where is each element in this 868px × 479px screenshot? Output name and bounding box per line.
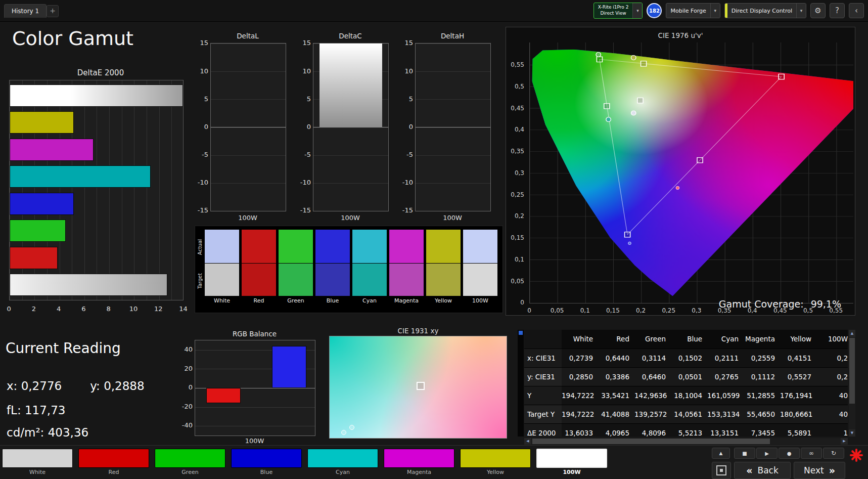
axis-tick-label: -20 <box>173 397 193 416</box>
delta-c-title: DeltaC <box>313 32 388 40</box>
workflow-label: Mobile Forge <box>666 4 710 18</box>
delta-c-y-axis: 151050-5-10-15 <box>294 29 311 224</box>
table-cell: 0,2850 <box>562 368 598 386</box>
test-patch[interactable]: Blue <box>231 449 302 475</box>
table-row: y: CIE31 0,2850 0,3386 0,6460 0,0501 0,2… <box>524 368 848 386</box>
cie-1931-measured-marker <box>341 430 346 435</box>
table-horizontal-scrollbar[interactable]: ◀ ▶ <box>524 438 848 445</box>
test-patch[interactable]: Cyan <box>307 449 378 475</box>
actual-swatch <box>352 230 387 263</box>
cie-1976-panel: CIE 1976 u'v' 0,550,50,450,40,350,30,250… <box>506 27 855 316</box>
patch-color[interactable] <box>231 449 302 468</box>
target-swatch <box>463 264 497 296</box>
scroll-down-icon[interactable]: ▼ <box>849 429 855 437</box>
table-cell: 0,0501 <box>671 368 707 386</box>
test-patch[interactable]: Red <box>78 449 149 475</box>
test-patch[interactable]: Yellow <box>460 449 531 475</box>
stop-measure-button[interactable] <box>712 462 731 479</box>
chevron-down-icon[interactable]: ▾ <box>710 4 720 18</box>
table-cell: 0,1502 <box>671 349 707 367</box>
test-patch[interactable]: Green <box>155 449 225 475</box>
axis-tick-label: 12 <box>146 305 171 313</box>
tab-history-1[interactable]: History 1 <box>4 4 47 18</box>
patch-color[interactable] <box>78 449 149 468</box>
refresh-button[interactable]: ↻ <box>823 448 844 459</box>
swatch-column: Yellow <box>426 230 461 304</box>
settings-button[interactable]: ⚙ <box>810 3 826 18</box>
patch-color[interactable] <box>2 449 73 468</box>
scrollbar-thumb[interactable] <box>532 439 770 444</box>
scroll-up-icon[interactable]: ▲ <box>849 330 855 337</box>
actual-swatch <box>463 230 497 263</box>
swatch-label: Magenta <box>389 297 424 304</box>
new-tab-button[interactable]: + <box>47 5 59 17</box>
table-cell: 0,2739 <box>562 349 598 367</box>
patch-color[interactable] <box>384 449 454 468</box>
spectral-locus-fill <box>530 42 853 303</box>
app-window: History 1 + X-Rite i1Pro 2 Direct View ▾… <box>0 0 868 479</box>
table-cell: 0,4151 <box>780 349 816 367</box>
record-button[interactable]: ● <box>779 448 800 459</box>
test-patch[interactable]: 100W <box>536 449 607 475</box>
scroll-left-icon[interactable]: ◀ <box>524 438 531 445</box>
table-cell: 0,1112 <box>744 368 780 386</box>
axis-tick-label: 0,2 <box>507 205 527 227</box>
column-header: Blue <box>671 330 707 349</box>
play-button[interactable]: ▶ <box>756 448 778 459</box>
chevron-down-icon[interactable]: ▾ <box>632 3 642 18</box>
axis-tick-label: -5 <box>191 141 208 168</box>
target-row-label: Target <box>196 265 204 298</box>
swatch-column: White <box>205 230 239 304</box>
collapse-transport-button[interactable]: ▲ <box>712 448 730 459</box>
actual-swatch <box>279 230 313 263</box>
delta-e-bar <box>10 111 74 134</box>
table-vertical-scrollbar[interactable]: ▲ ▼ <box>849 330 855 437</box>
patch-color[interactable] <box>307 449 378 468</box>
axis-tick-label: 4 <box>47 305 71 313</box>
patch-label: Green <box>155 469 225 475</box>
table-cell: 0,2559 <box>744 349 780 367</box>
loop-button[interactable]: ∞ <box>801 448 822 459</box>
chevron-down-icon[interactable]: ▾ <box>796 4 806 18</box>
next-button[interactable]: Next » <box>794 462 845 479</box>
collapse-panel-button[interactable]: ‹ <box>849 3 864 18</box>
table-cell: 4,8096 <box>634 424 671 437</box>
test-patch[interactable]: Magenta <box>384 449 454 475</box>
axis-tick-label: 0,25 <box>655 307 682 314</box>
row-label: Target Y <box>524 405 562 423</box>
cie-1976-y-axis: 0,550,50,450,40,350,30,250,20,150,10,050 <box>507 54 527 314</box>
patch-color[interactable] <box>155 449 225 468</box>
stop-button[interactable]: ■ <box>734 448 755 459</box>
axis-tick-label: 15 <box>396 29 413 57</box>
stop-square-icon <box>716 465 726 475</box>
actual-swatch <box>389 230 424 263</box>
swatch-label: Yellow <box>426 297 461 304</box>
refresh-icon: ↻ <box>831 450 836 457</box>
table-cell: 55,4650 <box>744 405 780 423</box>
patch-color[interactable] <box>536 449 607 468</box>
back-button[interactable]: « Back <box>734 462 791 479</box>
delta-e-x-axis: 02468101214 <box>0 303 196 313</box>
swatch-label: Cyan <box>352 297 387 304</box>
axis-tick-label: 0 <box>0 305 21 313</box>
chevron-left-icon: ‹ <box>855 6 858 15</box>
table-cell: 0,2 <box>816 368 848 386</box>
scrollbar-thumb[interactable] <box>849 338 855 404</box>
axis-tick-label: -10 <box>294 168 311 196</box>
test-patch[interactable]: White <box>2 449 73 475</box>
axis-tick-label: 6 <box>71 305 96 313</box>
patch-label: 100W <box>536 469 607 475</box>
current-reading-cdm2: cd/m²: 403,36 <box>7 426 88 439</box>
workflow-selector[interactable]: Mobile Forge ▾ <box>666 3 720 18</box>
axis-tick-label: 0,15 <box>507 227 527 249</box>
cie-1931-diagram <box>329 336 507 439</box>
table-cell: 180,6661 <box>780 405 816 423</box>
gear-icon: ⚙ <box>814 6 821 15</box>
meter-selector[interactable]: X-Rite i1Pro 2 Direct View ▾ <box>593 3 643 19</box>
display-control-selector[interactable]: Direct Display Control ▾ <box>724 3 806 18</box>
patch-color[interactable] <box>460 449 531 468</box>
reading-fl: fL: 117,73 <box>7 404 65 417</box>
help-button[interactable]: ? <box>830 3 845 18</box>
scroll-right-icon[interactable]: ▶ <box>841 438 848 445</box>
swatch-compare-panel: Actual Target White Red Green Blue <box>195 226 503 313</box>
